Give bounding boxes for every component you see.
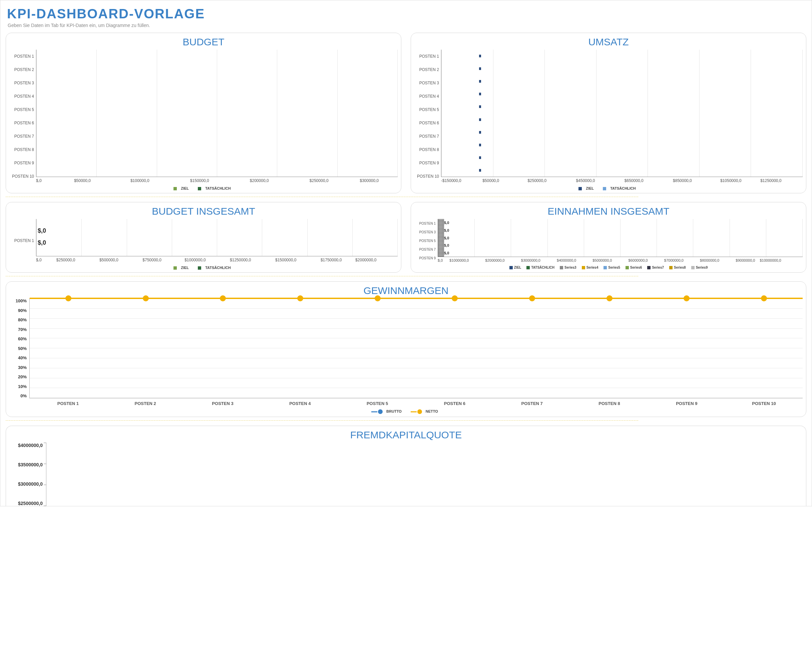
data-point <box>375 295 381 301</box>
data-point <box>529 295 535 301</box>
value-label: $,0 <box>38 239 46 246</box>
zero-markers <box>480 50 483 177</box>
netto-markers <box>30 298 803 398</box>
legend-swatch <box>509 266 513 269</box>
chart-title: EINNAHMEN INSGESAMT <box>414 206 803 217</box>
chart-legend: ZIEL TATSÄCHLICH <box>9 266 398 270</box>
value-label: $,0 <box>38 227 46 234</box>
legend-swatch <box>647 266 651 269</box>
data-point <box>761 295 767 301</box>
legend-swatch-tats <box>603 187 606 190</box>
plot-area <box>46 443 803 506</box>
plot-area <box>30 298 803 399</box>
chart-title: FREMDKAPITALQUOTE <box>9 429 803 441</box>
x-axis-ticks: $,0$50000,0$100000,0$150000,0$200000,0$2… <box>36 177 398 183</box>
x-axis-ticks: -$150000,0$50000,0$250000,0$450000,0$650… <box>441 177 803 183</box>
y-axis-categories: POSTEN 1POSTEN 3POSTEN 5POSTEN 7POSTEN 9 <box>414 219 438 262</box>
plot-area: $,0$,0$,0$,0$,0 <box>438 219 803 257</box>
chart-card-budget-total: BUDGET INSGESAMT POSTEN 1 $,0 $,0 $,0$25… <box>6 202 401 272</box>
chart-title: BUDGET <box>9 36 398 48</box>
separator <box>6 197 638 197</box>
chart-title: GEWINNMARGEN <box>9 285 803 296</box>
x-axis-categories: POSTEN 1POSTEN 2POSTEN 3POSTEN 4POSTEN 5… <box>30 401 803 406</box>
legend-swatch <box>560 266 563 269</box>
x-axis-ticks: $,0$1000000,0$2000000,0$3000000,0$400000… <box>438 257 803 262</box>
chart-card-budget: BUDGET POSTEN 1POSTEN 2POSTEN 3POSTEN 4P… <box>6 33 401 193</box>
legend-swatch <box>691 266 695 269</box>
legend-swatch-ziel <box>173 266 177 270</box>
legend-swatch-brutto <box>378 409 383 414</box>
legend-swatch <box>526 266 530 269</box>
chart-legend: ZIELTATSÄCHLICHSeries3Series4Series5Seri… <box>414 266 803 269</box>
data-point <box>452 295 458 301</box>
page-title: KPI-DASHBOARD-VORLAGE <box>7 6 806 21</box>
separator <box>6 420 638 421</box>
plot-area <box>36 50 398 177</box>
legend-swatch <box>626 266 629 269</box>
chart-title: UMSATZ <box>414 36 803 48</box>
plot-area: $,0 $,0 <box>36 219 398 256</box>
legend-swatch <box>582 266 585 269</box>
chart-legend: ZIEL TATSÄCHLICH <box>9 186 398 190</box>
x-axis-ticks: $,0$250000,0$500000,0$750000,0$1000000,0… <box>36 256 398 262</box>
data-point <box>297 295 303 301</box>
y-axis-categories: POSTEN 1POSTEN 2POSTEN 3POSTEN 4POSTEN 5… <box>414 50 441 183</box>
chart-legend: BRUTTO NETTO <box>9 409 803 414</box>
page-subtitle: Geben Sie Daten im Tab für KPI-Daten ein… <box>8 23 806 28</box>
chart-legend: ZIEL TATSÄCHLICH <box>414 186 803 190</box>
legend-swatch-tats <box>198 266 201 270</box>
plot-area <box>441 50 803 177</box>
chart-card-fremdkapitalquote: FREMDKAPITALQUOTE $4000000,0$3500000,0$3… <box>6 426 806 506</box>
legend-swatch-tats <box>198 187 201 190</box>
y-axis-categories: POSTEN 1POSTEN 2POSTEN 3POSTEN 4POSTEN 5… <box>9 50 36 183</box>
chart-card-einnahmen-total: EINNAHMEN INSGESAMT POSTEN 1POSTEN 3POST… <box>411 202 806 272</box>
data-point <box>606 295 612 301</box>
stacked-zero-bars <box>438 219 444 257</box>
legend-swatch <box>669 266 673 269</box>
dashboard-page: KPI-DASHBOARD-VORLAGE Geben Sie Daten im… <box>0 0 812 506</box>
data-point <box>684 295 690 301</box>
chart-title: BUDGET INSGESAMT <box>9 206 398 217</box>
value-labels: $,0$,0$,0$,0$,0 <box>444 219 449 257</box>
chart-card-gewinnmargen: GEWINNMARGEN 100%90%80%70%60%50%40%30%20… <box>6 281 806 417</box>
separator <box>6 276 638 277</box>
legend-swatch-ziel <box>173 187 177 190</box>
y-axis-categories: POSTEN 1 <box>9 219 36 262</box>
legend-swatch-netto <box>417 409 422 414</box>
chart-card-umsatz: UMSATZ POSTEN 1POSTEN 2POSTEN 3POSTEN 4P… <box>411 33 806 193</box>
data-point <box>220 295 226 301</box>
legend-swatch <box>603 266 607 269</box>
y-axis-ticks: $4000000,0$3500000,0$3000000,0$2500000,0 <box>9 443 46 506</box>
data-point <box>143 295 149 301</box>
data-point <box>66 295 72 301</box>
legend-swatch-ziel <box>578 187 582 190</box>
y-axis-ticks: 100%90%80%70%60%50%40%30%20%10%0% <box>9 298 30 399</box>
